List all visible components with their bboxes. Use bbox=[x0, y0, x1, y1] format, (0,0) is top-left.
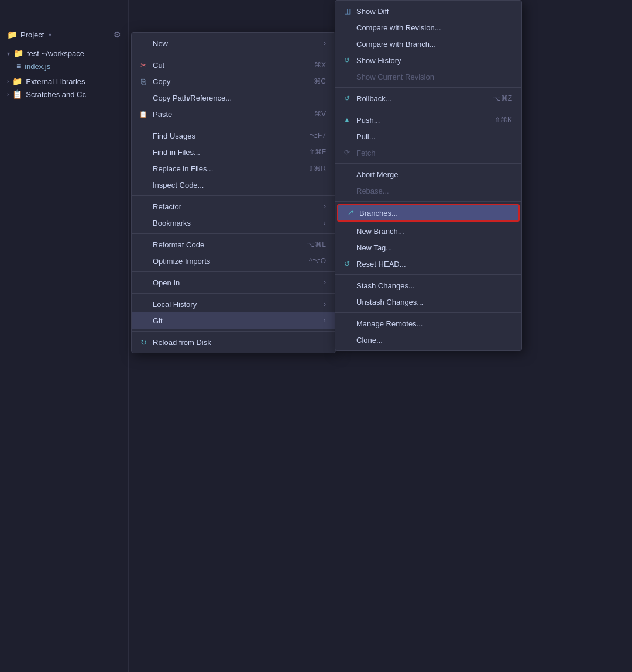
submenu-label-compare-revision: Compare with Revision... bbox=[356, 23, 441, 32]
submenu-item-compare-revision[interactable]: Compare with Revision... bbox=[335, 19, 521, 36]
submenu-item-manage-remotes[interactable]: Manage Remotes... bbox=[335, 315, 521, 332]
menu-label-new: New bbox=[153, 39, 168, 48]
project-settings-icon: ⚙ bbox=[114, 30, 121, 39]
git-divider-6 bbox=[335, 312, 521, 313]
push-icon: ▲ bbox=[342, 115, 352, 125]
menu-item-local-history[interactable]: Local History › bbox=[132, 296, 335, 312]
menu-item-open-in[interactable]: Open In › bbox=[132, 274, 335, 291]
menu-item-reformat[interactable]: Reformat Code ⌥⌘L bbox=[132, 236, 335, 253]
submenu-label-abort-merge: Abort Merge bbox=[356, 170, 399, 179]
submenu-label-clone: Clone... bbox=[356, 336, 383, 344]
sidebar-item-index-js[interactable]: ≡ index.js bbox=[0, 60, 128, 73]
submenu-label-manage-remotes: Manage Remotes... bbox=[356, 319, 423, 328]
branches-icon: ⎇ bbox=[345, 208, 355, 218]
menu-label-inspect: Inspect Code... bbox=[153, 181, 204, 189]
find-usages-icon bbox=[139, 131, 148, 140]
project-header[interactable]: 📁 Project ▾ ⚙ bbox=[0, 22, 128, 47]
submenu-label-stash: Stash Changes... bbox=[356, 281, 415, 290]
menu-item-reload[interactable]: ↻ Reload from Disk bbox=[132, 334, 335, 350]
submenu-item-reset-head[interactable]: ↺ Reset HEAD... bbox=[335, 256, 521, 272]
menu-item-optimize[interactable]: Optimize Imports ^⌥O bbox=[132, 253, 335, 269]
reload-icon: ↻ bbox=[139, 337, 148, 347]
sidebar-item-external-libs[interactable]: › 📁 External Libraries bbox=[0, 75, 128, 88]
cut-icon: ✂ bbox=[139, 60, 148, 70]
divider-2 bbox=[132, 125, 335, 125]
submenu-item-show-current[interactable]: Show Current Revision bbox=[335, 68, 521, 85]
menu-label-find-files: Find in Files... bbox=[153, 148, 200, 157]
arrow-icon-new: › bbox=[324, 39, 326, 47]
menu-item-cut[interactable]: ✂ Cut ⌘X bbox=[132, 57, 335, 73]
submenu-label-show-current: Show Current Revision bbox=[356, 73, 434, 81]
submenu-label-pull: Pull... bbox=[356, 132, 376, 141]
menu-item-find-files[interactable]: Find in Files... ⇧⌘F bbox=[132, 144, 335, 160]
compare-revision-icon bbox=[342, 23, 352, 32]
chevron-icon: › bbox=[7, 78, 9, 85]
submenu-item-rollback[interactable]: ↺ Rollback... ⌥⌘Z bbox=[335, 90, 521, 106]
arrow-icon-open-in: › bbox=[324, 278, 326, 287]
new-icon bbox=[139, 39, 148, 48]
menu-item-inspect-code[interactable]: Inspect Code... bbox=[132, 177, 335, 193]
git-divider-5 bbox=[335, 274, 521, 275]
sidebar-item-test[interactable]: ▾ 📁 test ~/workspace bbox=[0, 47, 128, 60]
submenu-item-stash[interactable]: Stash Changes... bbox=[335, 277, 521, 294]
shortcut-push: ⇧⌘K bbox=[494, 116, 512, 124]
menu-label-find-usages: Find Usages bbox=[153, 132, 195, 140]
menu-label-refactor: Refactor bbox=[153, 202, 181, 211]
submenu-item-show-diff[interactable]: ◫ Show Diff bbox=[335, 3, 521, 19]
menu-label-reload: Reload from Disk bbox=[153, 338, 211, 347]
ext-lib-label: External Libraries bbox=[26, 77, 85, 86]
file-label: index.js bbox=[25, 62, 50, 71]
sidebar-item-scratches[interactable]: › 📋 Scratches and Cc bbox=[0, 88, 128, 101]
submenu-label-reset-head: Reset HEAD... bbox=[356, 260, 406, 268]
submenu-label-new-tag: New Tag... bbox=[356, 243, 392, 252]
menu-label-replace-files: Replace in Files... bbox=[153, 164, 213, 173]
divider-1 bbox=[132, 54, 335, 54]
menu-item-find-usages[interactable]: Find Usages ⌥F7 bbox=[132, 127, 335, 144]
submenu-item-new-tag[interactable]: New Tag... bbox=[335, 239, 521, 256]
submenu-item-rebase[interactable]: Rebase... bbox=[335, 182, 521, 199]
menu-label-copy-path: Copy Path/Reference... bbox=[153, 94, 232, 102]
shortcut-copy: ⌘C bbox=[314, 77, 326, 85]
git-divider-1 bbox=[335, 87, 521, 88]
submenu-item-branches[interactable]: ⎇ Branches... bbox=[337, 204, 520, 222]
scratch-icon: 📋 bbox=[12, 89, 22, 99]
menu-item-bookmarks[interactable]: Bookmarks › bbox=[132, 215, 335, 231]
submenu-item-fetch[interactable]: ⟳ Fetch bbox=[335, 144, 521, 161]
arrow-icon-local-history: › bbox=[324, 300, 326, 308]
refactor-icon bbox=[139, 202, 148, 211]
menu-label-git: Git bbox=[153, 316, 163, 325]
submenu-label-rebase: Rebase... bbox=[356, 187, 389, 195]
project-folder-icon: 📁 bbox=[7, 30, 17, 39]
menu-item-git[interactable]: Git › bbox=[132, 312, 335, 329]
menu-label-bookmarks: Bookmarks bbox=[153, 219, 191, 228]
submenu-item-unstash[interactable]: Unstash Changes... bbox=[335, 294, 521, 310]
shortcut-replace-files: ⇧⌘R bbox=[308, 164, 326, 173]
shortcut-paste: ⌘V bbox=[314, 110, 326, 118]
folder-label: test ~/workspace bbox=[27, 49, 84, 58]
submenu-item-abort-merge[interactable]: Abort Merge bbox=[335, 166, 521, 182]
submenu-label-compare-branch: Compare with Branch... bbox=[356, 40, 436, 49]
scratch-label: Scratches and Cc bbox=[26, 90, 86, 99]
shortcut-find-usages: ⌥F7 bbox=[310, 132, 326, 140]
shortcut-rollback: ⌥⌘Z bbox=[493, 94, 512, 102]
ext-lib-icon: 📁 bbox=[12, 77, 22, 86]
arrow-icon-git: › bbox=[324, 316, 326, 325]
submenu-item-show-history[interactable]: ↺ Show History bbox=[335, 52, 521, 68]
menu-item-paste[interactable]: 📋 Paste ⌘V bbox=[132, 106, 335, 122]
menu-item-new[interactable]: New › bbox=[132, 35, 335, 51]
submenu-item-pull[interactable]: Pull... bbox=[335, 128, 521, 144]
submenu-label-fetch: Fetch bbox=[356, 149, 376, 157]
submenu-item-clone[interactable]: Clone... bbox=[335, 332, 521, 348]
menu-item-replace-files[interactable]: Replace in Files... ⇧⌘R bbox=[132, 160, 335, 177]
submenu-item-compare-branch[interactable]: Compare with Branch... bbox=[335, 36, 521, 52]
menu-item-copy-path[interactable]: Copy Path/Reference... bbox=[132, 89, 335, 106]
fetch-icon: ⟳ bbox=[342, 148, 352, 157]
menu-item-refactor[interactable]: Refactor › bbox=[132, 198, 335, 215]
pull-icon bbox=[342, 132, 352, 141]
inspect-icon bbox=[139, 180, 148, 189]
menu-item-copy[interactable]: ⎘ Copy ⌘C bbox=[132, 73, 335, 89]
submenu-item-new-branch[interactable]: New Branch... bbox=[335, 223, 521, 239]
menu-label-local-history: Local History bbox=[153, 300, 197, 309]
submenu-item-push[interactable]: ▲ Push... ⇧⌘K bbox=[335, 112, 521, 128]
stash-icon bbox=[342, 281, 352, 290]
